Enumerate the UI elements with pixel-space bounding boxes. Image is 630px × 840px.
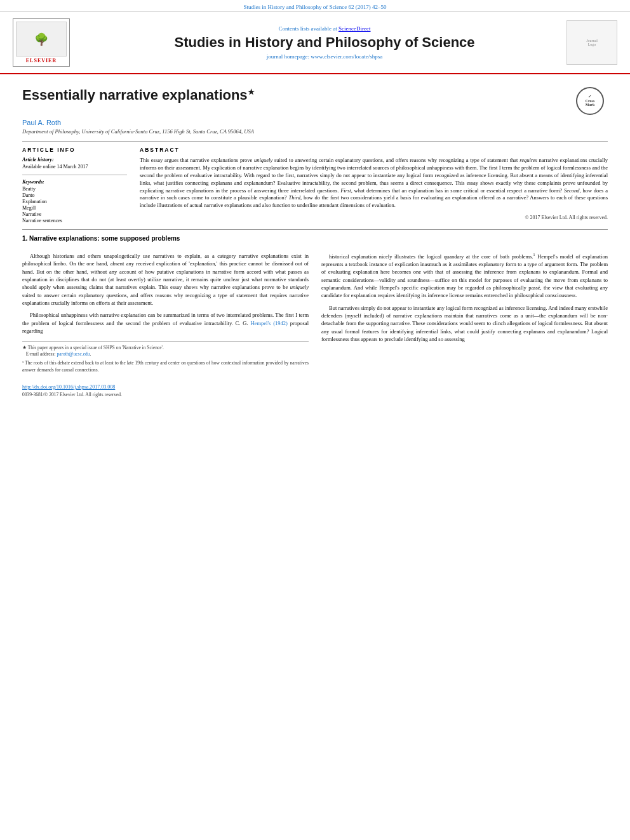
journal-logo-text: JournalLogo <box>586 39 598 46</box>
journal-citation: Studies in History and Philosophy of Sci… <box>243 4 386 10</box>
keyword-narrative: Narrative <box>22 211 127 217</box>
section1-heading: 1. Narrative explanations: some supposed… <box>22 235 608 242</box>
elsevier-logo-left: 🌳 ELSEVIER <box>13 18 70 67</box>
keywords-section: Keywords: Beatty Danto Explanation Megil… <box>22 179 127 223</box>
body-para-4: But narratives simply do not appear to i… <box>321 304 608 343</box>
journal-header: 🌳 ELSEVIER Contents lists available at S… <box>0 12 630 74</box>
body-para-2: Philosophical unhappiness with narrative… <box>22 311 309 335</box>
elsevier-brand-text: ELSEVIER <box>16 58 67 63</box>
keyword-narrative-sentences: Narrative sentences <box>22 218 127 223</box>
article-title-text: Essentially narrative explanations <box>22 87 248 103</box>
journal-main-title: Studies in History and Philosophy of Sci… <box>83 34 566 51</box>
body-col-left: Although historians and others unapologe… <box>22 252 309 399</box>
keywords-label: Keywords: <box>22 179 127 185</box>
keyword-beatty: Beatty <box>22 186 127 192</box>
body-col-right: historical explanation nicely illustrate… <box>321 252 608 399</box>
copyright-line: © 2017 Elsevier Ltd. All rights reserved… <box>140 215 608 220</box>
body-para-3: historical explanation nicely illustrate… <box>321 252 608 300</box>
sciencedirect-link[interactable]: ScienceDirect <box>338 25 370 32</box>
body-para-1: Although historians and others unapologe… <box>22 252 309 307</box>
doi-link[interactable]: http://dx.doi.org/10.1016/j.shpsa.2017.0… <box>22 383 309 391</box>
article-title: Essentially narrative explanations★ <box>22 87 255 103</box>
article-container: Essentially narrative explanations★ ✓Cro… <box>0 74 630 411</box>
journal-title-center: Contents lists available at ScienceDirec… <box>83 25 566 60</box>
journal-top-bar: Studies in History and Philosophy of Sci… <box>0 0 630 12</box>
abstract-title: ABSTRACT <box>140 147 608 153</box>
keyword-explanation: Explanation <box>22 199 127 204</box>
abstract-text: This essay argues that narrative explana… <box>140 157 608 210</box>
divider-after-abstract <box>22 229 608 230</box>
email-link[interactable]: paroth@ucsc.edu <box>57 351 90 357</box>
crossmark-badge: ✓CrossMark <box>576 87 608 115</box>
article-info-col: ARTICLE INFO Article history: Available … <box>22 147 127 224</box>
divider-keywords <box>22 175 127 175</box>
keyword-megill: Megill <box>22 205 127 211</box>
article-info-abstract: ARTICLE INFO Article history: Available … <box>22 147 608 224</box>
doi-section: http://dx.doi.org/10.1016/j.shpsa.2017.0… <box>22 380 309 399</box>
history-label: Article history: <box>22 157 127 163</box>
article-info-title: ARTICLE INFO <box>22 147 127 153</box>
title-star: ★ <box>248 88 255 97</box>
elsevier-tree-icon: 🌳 <box>34 32 48 46</box>
author-affiliation: Department of Philosophy, University of … <box>22 128 608 135</box>
main-body: Although historians and others unapologe… <box>22 252 608 399</box>
hempel-link[interactable]: Hempel's (1942) <box>250 320 287 326</box>
sciencedirect-label: Contents lists available at ScienceDirec… <box>83 25 566 32</box>
footnote-star: ★ This paper appears in a special issue … <box>22 345 309 357</box>
footnote-section-left: ★ This paper appears in a special issue … <box>22 341 309 373</box>
article-title-section: Essentially narrative explanations★ ✓Cro… <box>22 87 608 115</box>
author-name: Paul A. Roth <box>22 119 608 126</box>
contents-label: Contents lists available at <box>279 25 338 32</box>
journal-logo-right: JournalLogo <box>566 20 617 65</box>
footnote-1: ¹ The roots of this debate extend back t… <box>22 360 309 373</box>
journal-homepage: journal homepage: www.elsevier.com/locat… <box>83 53 566 60</box>
issn-line: 0039-3681/© 2017 Elsevier Ltd. All right… <box>22 392 309 399</box>
divider-after-author <box>22 141 608 142</box>
crossmark-circle: ✓CrossMark <box>576 87 604 115</box>
abstract-col: ABSTRACT This essay argues that narrativ… <box>140 147 608 224</box>
keyword-danto: Danto <box>22 192 127 198</box>
crossmark-label: ✓CrossMark <box>586 95 595 107</box>
available-online: Available online 14 March 2017 <box>22 164 127 170</box>
